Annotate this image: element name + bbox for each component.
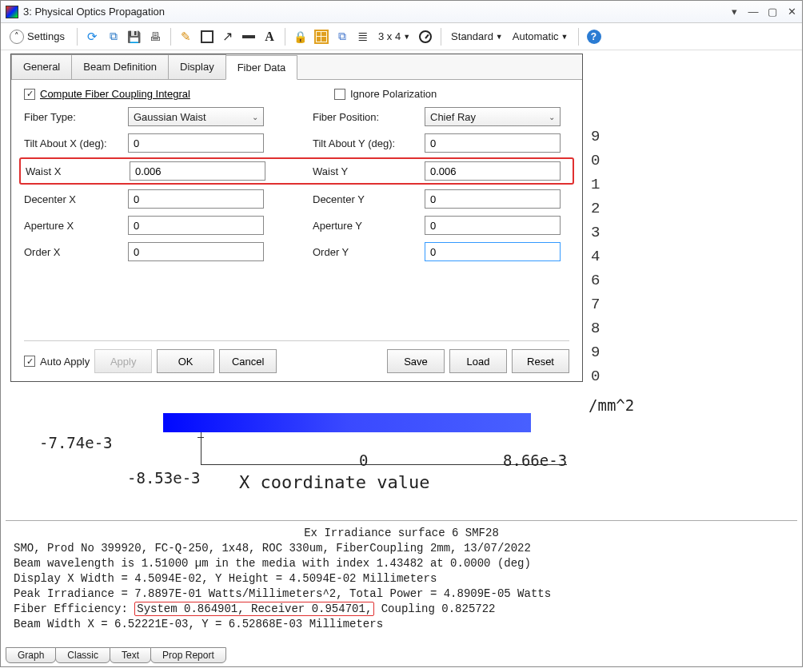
close-button[interactable]: ✕	[786, 6, 797, 18]
pencil-icon[interactable]: ✎	[178, 28, 195, 46]
grid-size-dropdown[interactable]: 3 x 4 ▼	[375, 29, 413, 44]
decenter-y-label: Decenter Y	[313, 193, 425, 205]
grid-size-label: 3 x 4	[378, 30, 401, 42]
window-fit-icon[interactable]: ⧉	[333, 28, 351, 46]
decenter-x-field[interactable]	[128, 189, 264, 209]
auto-apply-label: Auto Apply	[40, 356, 90, 368]
btab-graph[interactable]: Graph	[6, 647, 56, 663]
auto-apply-checkbox[interactable]: Auto Apply	[24, 356, 90, 368]
automatic-dropdown[interactable]: Automatic ▼	[509, 29, 572, 44]
output-line-3: Display X Width = 4.5094E-02, Y Height =…	[14, 572, 437, 585]
order-y-field[interactable]	[425, 242, 561, 261]
aperture-x-label: Aperture X	[24, 220, 128, 232]
tab-display[interactable]: Display	[168, 54, 226, 79]
ignore-polarization-checkbox[interactable]: Ignore Polarization	[334, 88, 437, 100]
output-line-4: Peak Irradiance = 7.8897E-01 Watts/Milli…	[14, 587, 551, 600]
btab-prop-report[interactable]: Prop Report	[150, 647, 226, 663]
apply-button[interactable]: Apply	[94, 349, 152, 373]
clock-icon[interactable]	[417, 28, 434, 46]
bg-axis-numbers: 9 0 1 2 3 4 6 7 8 9 0	[591, 125, 600, 388]
aperture-x-field[interactable]	[128, 216, 264, 235]
waist-y-field[interactable]	[425, 161, 561, 181]
tilt-y-label: Tilt About Y (deg):	[313, 137, 425, 149]
minimize-button[interactable]: —	[748, 6, 759, 18]
tilt-x-label: Tilt About X (deg):	[24, 137, 128, 149]
x-tick-min: -8.53e-3	[127, 469, 201, 487]
x-tick-max: 8.66e-3	[503, 451, 567, 469]
ignore-polarization-label: Ignore Polarization	[350, 88, 437, 100]
aperture-y-field[interactable]	[425, 216, 561, 235]
ok-button[interactable]: OK	[157, 349, 214, 373]
output-line-5a: Fiber Efficiency:	[14, 602, 134, 615]
compute-label: Compute Fiber Coupling Integral	[40, 88, 190, 100]
tab-beam-definition[interactable]: Beam Definition	[71, 54, 169, 79]
waist-row-highlight: Waist X Waist Y	[19, 157, 574, 185]
checkbox-icon	[24, 356, 35, 367]
settings-button[interactable]: ˄ Settings	[4, 27, 70, 46]
btab-text[interactable]: Text	[110, 647, 151, 663]
cancel-button[interactable]: Cancel	[219, 349, 277, 373]
arrow-icon[interactable]: ↗	[219, 28, 237, 46]
output-line-6: Beam Width X = 6.52221E-03, Y = 6.52868E…	[14, 618, 383, 630]
order-y-label: Order Y	[313, 246, 425, 258]
refresh-icon[interactable]: ⟳	[84, 28, 102, 46]
output-line-1: SMO, Prod No 399920, FC-Q-250, 1x48, ROC…	[14, 542, 531, 555]
tilt-y-field[interactable]	[425, 133, 561, 153]
x-axis-label: X coordinate value	[239, 472, 429, 492]
waist-x-field[interactable]	[130, 161, 265, 181]
zoom-fit-icon[interactable]	[313, 28, 330, 46]
fiber-position-select[interactable]: Chief Ray ⌄	[425, 107, 561, 126]
waist-y-label: Waist Y	[313, 165, 425, 177]
fiber-type-select[interactable]: Gaussian Waist ⌄	[128, 107, 264, 126]
chevron-up-icon: ˄	[10, 30, 24, 44]
order-x-label: Order X	[24, 246, 128, 258]
app-icon	[6, 6, 18, 18]
compute-checkbox[interactable]: Compute Fiber Coupling Integral	[24, 88, 190, 100]
colorbar	[163, 413, 531, 432]
lock-icon[interactable]: 🔒	[292, 28, 309, 46]
text-output: Ex Irradiance surface 6 SMF28SMO, Prod N…	[6, 520, 797, 632]
save-icon[interactable]: 💾	[126, 28, 143, 46]
copy-icon[interactable]: ⧉	[105, 28, 122, 46]
chevron-down-icon: ⌄	[252, 113, 258, 121]
decenter-y-field[interactable]	[425, 189, 561, 209]
standard-label: Standard	[451, 30, 493, 42]
aperture-y-label: Aperture Y	[313, 220, 425, 232]
x-tick-0: 0	[359, 451, 368, 469]
y-tick-label: -7.74e-3	[39, 434, 113, 451]
tilt-x-field[interactable]	[128, 133, 264, 153]
print-icon[interactable]: 🖶	[146, 28, 164, 46]
tab-fiber-data[interactable]: Fiber Data	[225, 55, 298, 80]
fiber-type-label: Fiber Type:	[24, 111, 128, 123]
decenter-x-label: Decenter X	[24, 193, 128, 205]
checkbox-icon	[334, 89, 345, 100]
automatic-label: Automatic	[513, 30, 559, 42]
maximize-button[interactable]: ▢	[767, 6, 778, 18]
save-button[interactable]: Save	[387, 349, 445, 373]
waist-x-label: Waist X	[26, 165, 130, 177]
plot-area: -7.74e-3 -8.53e-3 0 8.66e-3 X coordinate…	[39, 413, 623, 501]
bottom-tabs: Graph Classic Text Prop Report	[6, 647, 225, 663]
chevron-down-icon: ⌄	[549, 113, 555, 121]
output-line-2: Beam wavelength is 1.51000 µm in the med…	[14, 557, 531, 570]
output-line-5c: Coupling 0.825722	[374, 602, 495, 615]
output-title: Ex Irradiance surface 6 SMF28	[14, 526, 789, 541]
layers-icon[interactable]: ≣	[354, 28, 372, 46]
fiber-type-value: Gaussian Waist	[134, 111, 206, 123]
settings-panel: General Beam Definition Display Fiber Da…	[10, 54, 583, 382]
help-icon[interactable]: ?	[585, 28, 603, 46]
line-icon[interactable]	[240, 28, 257, 46]
fiber-position-value: Chief Ray	[430, 111, 476, 123]
tab-general[interactable]: General	[11, 54, 72, 79]
rectangle-icon[interactable]	[198, 28, 216, 46]
toolbar: ˄ Settings ⟳ ⧉ 💾 🖶 ✎ ↗ A 🔒 ⧉ ≣ 3 x 4 ▼ S…	[1, 23, 802, 50]
text-tool-icon[interactable]: A	[261, 28, 278, 46]
order-x-field[interactable]	[128, 242, 264, 261]
dropdown-icon[interactable]: ▾	[728, 6, 740, 18]
btab-classic[interactable]: Classic	[55, 647, 110, 663]
standard-dropdown[interactable]: Standard ▼	[448, 29, 506, 44]
load-button[interactable]: Load	[449, 349, 507, 373]
window-title: 3: Physical Optics Propagation	[23, 6, 165, 18]
reset-button[interactable]: Reset	[512, 349, 569, 373]
checkbox-icon	[24, 89, 35, 100]
